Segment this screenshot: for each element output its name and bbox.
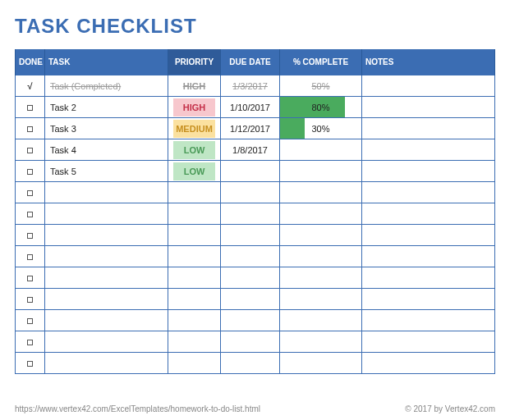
due-date-cell[interactable] — [221, 161, 280, 182]
done-cell[interactable]: √ — [16, 75, 45, 97]
priority-cell[interactable]: HIGH — [168, 75, 221, 97]
table-row: Task 3MEDIUM1/12/201730% — [16, 118, 495, 139]
priority-cell[interactable] — [168, 310, 221, 331]
done-cell[interactable] — [16, 203, 45, 225]
checkbox-icon — [27, 190, 33, 196]
col-priority: PRIORITY — [168, 49, 221, 75]
task-cell[interactable] — [45, 331, 168, 353]
done-cell[interactable] — [16, 161, 45, 182]
task-cell[interactable] — [45, 353, 168, 374]
priority-cell[interactable] — [168, 225, 221, 246]
priority-cell[interactable] — [168, 203, 221, 225]
notes-cell[interactable] — [362, 225, 495, 246]
due-date-cell[interactable]: 1/12/2017 — [221, 118, 280, 139]
checkbox-icon — [27, 212, 33, 217]
due-date-cell[interactable]: 1/8/2017 — [221, 139, 280, 161]
priority-cell[interactable] — [168, 289, 221, 310]
due-date-cell[interactable]: 1/3/2017 — [221, 75, 280, 97]
task-cell[interactable]: Task 4 — [45, 139, 168, 161]
done-cell[interactable] — [16, 267, 45, 289]
done-cell[interactable] — [16, 118, 45, 139]
task-cell[interactable]: Task 5 — [45, 161, 168, 182]
due-date-cell[interactable] — [221, 353, 280, 374]
task-cell[interactable] — [45, 225, 168, 246]
task-cell[interactable] — [45, 246, 168, 267]
priority-cell[interactable]: MEDIUM — [168, 118, 221, 139]
notes-cell[interactable] — [362, 289, 495, 310]
priority-badge: HIGH — [173, 98, 215, 116]
done-cell[interactable] — [16, 353, 45, 374]
priority-cell[interactable] — [168, 182, 221, 203]
done-cell[interactable] — [16, 225, 45, 246]
pct-complete-cell[interactable] — [280, 139, 362, 161]
notes-cell[interactable] — [362, 203, 495, 225]
pct-complete-cell[interactable]: 80% — [280, 97, 362, 118]
pct-complete-cell[interactable] — [280, 289, 362, 310]
notes-cell[interactable] — [362, 331, 495, 353]
priority-cell[interactable] — [168, 353, 221, 374]
task-cell[interactable] — [45, 289, 168, 310]
priority-cell[interactable] — [168, 246, 221, 267]
priority-badge — [173, 338, 215, 346]
priority-badge — [173, 210, 215, 218]
done-cell[interactable] — [16, 310, 45, 331]
task-cell[interactable] — [45, 182, 168, 203]
done-cell[interactable] — [16, 139, 45, 161]
pct-complete-cell[interactable] — [280, 267, 362, 289]
pct-complete-cell[interactable] — [280, 161, 362, 182]
task-table: DONE TASK PRIORITY DUE DATE % COMPLETE N… — [15, 49, 495, 374]
due-date-cell[interactable] — [221, 225, 280, 246]
pct-complete-cell[interactable]: 50% — [280, 75, 362, 97]
task-cell[interactable]: Task 2 — [45, 97, 168, 118]
due-date-cell[interactable] — [221, 246, 280, 267]
due-date-cell[interactable] — [221, 267, 280, 289]
pct-complete-cell[interactable] — [280, 182, 362, 203]
priority-cell[interactable]: LOW — [168, 139, 221, 161]
done-cell[interactable] — [16, 246, 45, 267]
priority-cell[interactable]: LOW — [168, 161, 221, 182]
priority-cell[interactable] — [168, 267, 221, 289]
pct-complete-cell[interactable] — [280, 353, 362, 374]
table-row: Task 5LOW — [16, 161, 495, 182]
notes-cell[interactable] — [362, 353, 495, 374]
notes-cell[interactable] — [362, 161, 495, 182]
done-cell[interactable] — [16, 289, 45, 310]
checkbox-icon — [27, 276, 33, 281]
due-date-cell[interactable] — [221, 182, 280, 203]
due-date-cell[interactable] — [221, 310, 280, 331]
notes-cell[interactable] — [362, 310, 495, 331]
task-cell[interactable] — [45, 203, 168, 225]
due-date-cell[interactable] — [221, 203, 280, 225]
priority-cell[interactable]: HIGH — [168, 97, 221, 118]
col-task: TASK — [45, 49, 168, 75]
notes-cell[interactable] — [362, 182, 495, 203]
done-cell[interactable] — [16, 97, 45, 118]
notes-cell[interactable] — [362, 75, 495, 97]
due-date-cell[interactable] — [221, 331, 280, 353]
task-cell[interactable]: Task (Completed) — [45, 75, 168, 97]
notes-cell[interactable] — [362, 139, 495, 161]
priority-badge — [173, 295, 215, 304]
col-due: DUE DATE — [221, 49, 280, 75]
pct-complete-cell[interactable] — [280, 246, 362, 267]
due-date-cell[interactable] — [221, 289, 280, 310]
footer: https://www.vertex42.com/ExcelTemplates/… — [15, 404, 495, 413]
pct-complete-cell[interactable]: 30% — [280, 118, 362, 139]
done-cell[interactable] — [16, 331, 45, 353]
priority-badge — [173, 359, 215, 368]
pct-complete-cell[interactable] — [280, 310, 362, 331]
due-date-cell[interactable]: 1/10/2017 — [221, 97, 280, 118]
pct-complete-cell[interactable] — [280, 203, 362, 225]
pct-complete-cell[interactable] — [280, 331, 362, 353]
notes-cell[interactable] — [362, 118, 495, 139]
pct-complete-cell[interactable] — [280, 225, 362, 246]
task-cell[interactable]: Task 3 — [45, 118, 168, 139]
table-row — [16, 182, 495, 203]
priority-cell[interactable] — [168, 331, 221, 353]
task-cell[interactable] — [45, 267, 168, 289]
notes-cell[interactable] — [362, 267, 495, 289]
done-cell[interactable] — [16, 182, 45, 203]
notes-cell[interactable] — [362, 246, 495, 267]
notes-cell[interactable] — [362, 97, 495, 118]
task-cell[interactable] — [45, 310, 168, 331]
